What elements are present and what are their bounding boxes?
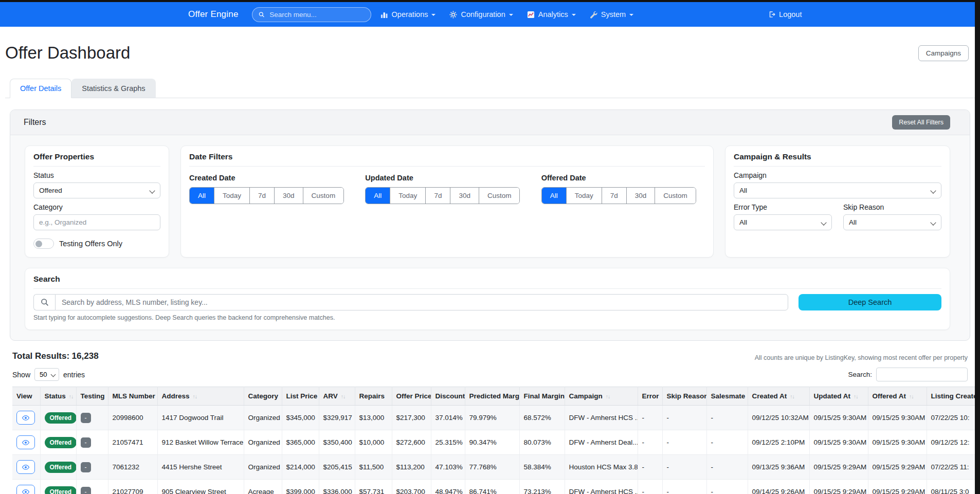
view-offer-button[interactable] [16, 460, 35, 474]
offer-properties-title: Offer Properties [33, 152, 160, 167]
date-range-option-all[interactable]: All [366, 188, 390, 204]
cell-offered_at: 09/15/25 9:30AM [868, 430, 927, 455]
cell-mls: 20998600 [108, 406, 157, 430]
page-size-select[interactable]: 50 [34, 368, 59, 381]
cell-created_at: 09/12/25 2:10PM [748, 430, 809, 455]
nav-configuration[interactable]: Configuration [449, 10, 513, 19]
date-range-option-today[interactable]: Today [566, 188, 602, 204]
brand: Offer Engine [188, 9, 239, 20]
date-range-option-30d[interactable]: 30d [626, 188, 655, 204]
date-range-option-all[interactable]: All [190, 188, 214, 204]
column-header-discount: Discount [431, 387, 465, 406]
column-header-predicted_margin: Predicted Margin [465, 387, 519, 406]
table-search-input[interactable] [876, 368, 968, 381]
cell-salesmate: - [706, 430, 748, 455]
table-row: Offered-70612324415 Hershe StreetOrganiz… [12, 455, 980, 480]
cell-discount: 25.315% [431, 430, 465, 455]
cell-final_margin: 68.572% [519, 406, 565, 430]
cell-testing: - [76, 480, 108, 494]
cell-category: Organized [244, 430, 282, 455]
column-header-error: Error [638, 387, 662, 406]
date-range-option-custom[interactable]: Custom [479, 188, 520, 204]
offer-search-input[interactable] [55, 294, 788, 310]
reset-all-filters-button[interactable]: Reset All Filters [892, 115, 950, 130]
table-search-label: Search: [848, 371, 872, 378]
column-header-created_at[interactable]: Created At↑↓ [748, 387, 809, 406]
table-row: Offered-21027709905 Clearview StreetAcre… [12, 480, 980, 494]
campaign-select[interactable]: All [734, 182, 941, 198]
table-row: Offered-21057471912 Basket Willow Terrac… [12, 430, 980, 455]
category-input[interactable] [33, 214, 160, 230]
cell-mls: 21027709 [108, 480, 157, 494]
updated-date-label: Updated Date [365, 174, 529, 182]
testing-offers-label: Testing Offers Only [59, 240, 122, 248]
nav-items: Operations Configuration Analytics Syste… [380, 10, 634, 19]
error-type-select[interactable]: All [734, 214, 832, 230]
column-header-status[interactable]: Status↑↓ [40, 387, 76, 406]
cell-listing_created: 09/12/25 12: [927, 430, 980, 455]
column-header-address[interactable]: Address↑↓ [157, 387, 244, 406]
menu-search[interactable] [252, 7, 371, 22]
view-offer-button[interactable] [16, 435, 35, 449]
date-range-option-30d[interactable]: 30d [450, 188, 479, 204]
view-offer-button[interactable] [16, 411, 35, 425]
column-header-mls: MLS Number [108, 387, 157, 406]
view-offer-button[interactable] [16, 485, 35, 494]
cell-campaign: DFW - Amherst HCS ... [565, 406, 638, 430]
sort-icon: ↑↓ [606, 393, 610, 399]
date-range-option-custom[interactable]: Custom [303, 188, 344, 204]
date-range-option-7d[interactable]: 7d [249, 188, 274, 204]
campaign-label: Campaign [734, 171, 941, 179]
tab-offer-details[interactable]: Offer Details [10, 79, 71, 98]
cell-testing: - [76, 406, 108, 430]
column-header-updated_at[interactable]: Updated At↑↓ [809, 387, 868, 406]
skip-reason-select[interactable]: All [843, 214, 941, 230]
date-range-option-7d[interactable]: 7d [425, 188, 450, 204]
cell-updated_at: 09/15/25 9:30AM [809, 430, 868, 455]
offer-properties-panel: Offer Properties Status Offered Category… [25, 145, 169, 258]
date-range-option-today[interactable]: Today [214, 188, 249, 204]
nav-operations[interactable]: Operations [380, 10, 436, 19]
cell-address: 4415 Hershe Street [157, 455, 244, 480]
cell-predicted_margin: 90.347% [465, 430, 519, 455]
logout-button[interactable]: Logout [768, 10, 802, 19]
cell-discount: 48.947% [431, 480, 465, 494]
campaigns-button[interactable]: Campaigns [918, 45, 969, 61]
navbar: Offer Engine Operations Configuration An… [0, 2, 980, 27]
cell-offered_at: 09/15/25 9:29AM [868, 480, 927, 494]
date-range-option-custom[interactable]: Custom [655, 188, 696, 204]
cell-predicted_margin: 86.741% [465, 480, 519, 494]
cell-predicted_margin: 79.979% [465, 406, 519, 430]
column-header-campaign[interactable]: Campaign↑↓ [565, 387, 638, 406]
column-header-offered_at[interactable]: Offered At↑↓ [868, 387, 927, 406]
eye-icon [22, 488, 30, 494]
cell-campaign: Houston HCS Max 3.8 [565, 455, 638, 480]
column-header-salesmate: Salesmate [706, 387, 748, 406]
cell-error: - [638, 430, 662, 455]
cell-campaign: DFW - Amherst Deal... [565, 430, 638, 455]
date-range-option-30d[interactable]: 30d [274, 188, 303, 204]
sort-icon: ↑↓ [341, 393, 346, 399]
testing-badge: - [81, 437, 91, 448]
total-results-value: 16,238 [72, 351, 99, 361]
deep-search-button[interactable]: Deep Search [798, 294, 941, 310]
menu-search-input[interactable] [268, 10, 364, 19]
status-select[interactable]: Offered [33, 182, 160, 198]
date-range-option-all[interactable]: All [542, 188, 566, 204]
nav-analytics[interactable]: Analytics [527, 10, 576, 19]
cell-created_at: 09/12/25 10:32AM [748, 406, 809, 430]
vertical-scrollbar[interactable] [975, 0, 980, 494]
cell-skip_reason: - [662, 455, 706, 480]
cell-skip_reason: - [662, 430, 706, 455]
cell-salesmate: - [706, 406, 748, 430]
tab-statistics-graphs[interactable]: Statistics & Graphs [71, 79, 155, 98]
date-range-option-7d[interactable]: 7d [602, 188, 626, 204]
cell-salesmate: - [706, 480, 748, 494]
cell-created_at: 09/14/25 9:26AM [748, 480, 809, 494]
date-range-option-today[interactable]: Today [390, 188, 425, 204]
column-header-arv[interactable]: ARV↑↓ [319, 387, 355, 406]
testing-offers-toggle[interactable] [33, 239, 54, 249]
status-badge: Offered [45, 462, 77, 473]
nav-system[interactable]: System [590, 10, 633, 19]
column-header-listing_created: Listing Created [927, 387, 980, 406]
